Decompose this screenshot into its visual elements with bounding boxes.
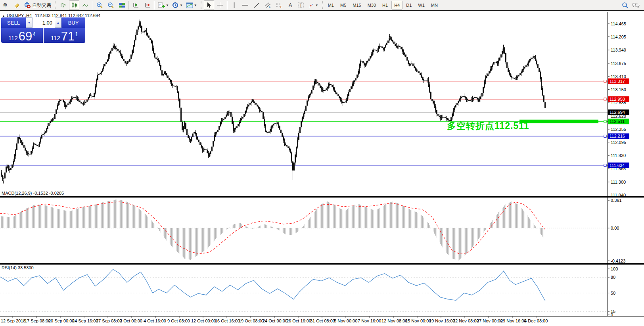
price-line-badge: 112.958	[610, 97, 625, 102]
price-axis-label: 113.675	[611, 61, 626, 66]
chart-trade-button[interactable]	[12, 0, 22, 10]
time-axis-label: 29 Nov 16:00	[500, 318, 526, 323]
time-axis-label: 12 Nov 08:00	[381, 318, 407, 323]
price-axis-label: 114.205	[611, 35, 626, 39]
tab-timeframe-D1[interactable]: D1	[403, 1, 414, 10]
time-axis-label: 27 Nov 00:00	[477, 318, 502, 323]
fibonacci-icon: F	[275, 2, 282, 8]
auto-trading-button[interactable]: 自动交易	[23, 0, 52, 10]
tab-timeframe-M1[interactable]: M1	[325, 1, 337, 10]
zoom-in-button[interactable]	[94, 0, 105, 10]
chart-canvas[interactable]: 114.465114.205113.940113.675113.410113.1…	[0, 0, 644, 326]
time-axis-label: 4 Oct 16:00	[144, 318, 166, 323]
templates-button[interactable]: ▼	[185, 0, 198, 10]
tab-timeframe-W1[interactable]: W1	[415, 1, 427, 10]
cursor-tool-button[interactable]	[204, 0, 214, 10]
price-line-badge: 112.511	[610, 119, 625, 124]
time-axis-label: 17 Sep 08:00	[25, 318, 50, 323]
sell-price-button[interactable]: 112694	[1, 28, 43, 43]
svg-text:F: F	[280, 6, 282, 8]
zoom-out-button[interactable]	[105, 0, 116, 10]
tab-timeframe-M30[interactable]: M30	[365, 1, 379, 10]
vertical-line-tool-button[interactable]	[229, 0, 240, 10]
toolbar-separator	[154, 1, 155, 10]
price-line-badge: 111.634	[610, 163, 625, 168]
buy-button[interactable]: BUY	[61, 17, 85, 28]
volume-decrease-button[interactable]: ▼	[26, 17, 33, 28]
line-chart-mode-button[interactable]	[80, 0, 90, 10]
triangle-up-icon: ▲	[57, 21, 60, 25]
pivot-annotation-text[interactable]: 多空转折点112.511	[447, 120, 529, 132]
time-axis-label: 19 Oct 08:00	[239, 318, 264, 323]
trendline-tool-button[interactable]	[251, 0, 262, 10]
price-line-badge: 113.317	[610, 79, 625, 84]
auto-trading-icon	[24, 2, 31, 8]
periods-button[interactable]: ▼	[171, 0, 184, 10]
time-axis-label: 5 Nov 00:00	[334, 318, 357, 323]
dropdown-caret-icon: ▼	[315, 4, 318, 7]
time-axis-label: 20 Sep 00:00	[48, 318, 74, 323]
volume-spinner: ▼ 1.00 ▲	[26, 17, 61, 28]
zoom-out-icon	[107, 2, 114, 9]
tab-timeframe-MN[interactable]: MN	[428, 1, 441, 10]
time-axis-label: 22 Nov 08:00	[453, 318, 479, 323]
new-order-label: 单	[3, 2, 8, 9]
arrows-icon	[308, 2, 314, 8]
equidistant-channel-tool-button[interactable]: E	[263, 0, 273, 10]
price-line-badge: 112.216	[610, 134, 625, 138]
macd-axis-label: 0.00	[611, 226, 619, 230]
rsi-indicator-label: RSI(14) 33.5300	[2, 265, 34, 270]
fibonacci-tool-button[interactable]: F	[274, 0, 284, 10]
chart-shift-button[interactable]	[142, 0, 152, 10]
buy-price-point: 1	[75, 31, 78, 37]
bar-chart-mode-button[interactable]	[58, 0, 68, 10]
tab-timeframe-M15[interactable]: M15	[350, 1, 364, 10]
svg-text:E: E	[269, 6, 271, 8]
horizontal-line-tool-button[interactable]	[240, 0, 251, 10]
trendline-icon	[253, 2, 260, 8]
text-tool-button[interactable]: A	[285, 0, 295, 10]
tile-windows-button[interactable]	[117, 0, 127, 10]
arrows-tool-button[interactable]: ▼	[307, 0, 320, 10]
rsi-axis-label: 50	[611, 291, 615, 295]
tab-timeframe-M5[interactable]: M5	[337, 1, 349, 10]
auto-scroll-button[interactable]	[131, 0, 141, 10]
price-axis-label: 111.300	[611, 180, 626, 184]
community-chat-button[interactable]	[631, 0, 641, 10]
volume-increase-button[interactable]: ▲	[55, 17, 61, 28]
time-axis-label: 2 Oct 00:00	[120, 318, 142, 323]
indicators-button[interactable]: ▼	[156, 0, 170, 10]
toolbar-drag-handle[interactable]	[321, 1, 324, 9]
time-axis-label: 12 Sep 2018	[1, 318, 25, 323]
buy-price-pips: 71	[61, 31, 75, 42]
price-axis-label: 112.095	[611, 140, 626, 145]
price-axis-label: 113.150	[611, 87, 626, 92]
tab-timeframe-H4[interactable]: H4	[391, 1, 402, 10]
text-label-tool-button[interactable]: T	[296, 0, 306, 10]
sell-price-point: 4	[33, 31, 36, 37]
price-axis-label: 112.355	[611, 127, 626, 132]
time-axis-label: 12 Oct 00:00	[191, 318, 216, 323]
tab-timeframe-H1[interactable]: H1	[380, 1, 391, 10]
crosshair-tool-button[interactable]	[215, 0, 225, 10]
volume-input[interactable]: 1.00	[33, 17, 55, 28]
toolbar-drag-handle[interactable]	[200, 1, 202, 9]
candlestick-icon	[71, 2, 78, 8]
vertical-line-icon	[232, 2, 237, 8]
search-icon	[621, 2, 629, 9]
price-axis-label: 113.410	[611, 74, 626, 79]
buy-price-button[interactable]: 112711	[44, 28, 85, 43]
time-axis-label: 16 Oct 16:00	[215, 318, 240, 323]
chart-workspace: 114.465114.205113.940113.675113.410113.1…	[0, 0, 644, 326]
price-axis-label: 114.465	[611, 21, 626, 26]
toolbar-separator	[128, 1, 129, 10]
new-order-button[interactable]: 单	[0, 0, 11, 10]
rsi-axis-label: 0	[611, 313, 613, 317]
main-toolbar: 单 自动交易	[0, 0, 644, 11]
toolbar-drag-handle[interactable]	[54, 1, 56, 9]
candlestick-mode-button[interactable]	[69, 0, 79, 10]
dropdown-caret-icon: ▼	[194, 4, 197, 7]
sell-button[interactable]: SELL	[1, 17, 26, 28]
search-button[interactable]	[620, 0, 630, 10]
chat-bubbles-icon	[632, 2, 640, 8]
